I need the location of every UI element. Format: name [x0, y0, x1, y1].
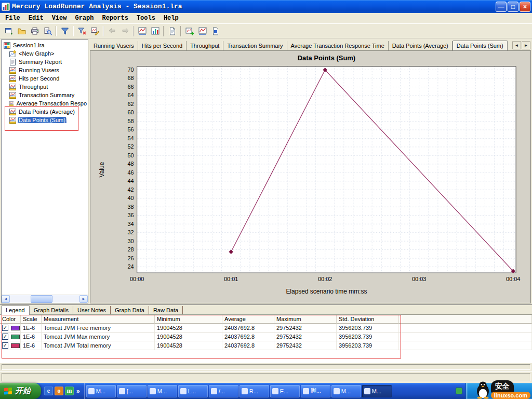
- row-checkbox[interactable]: ✓: [2, 342, 8, 349]
- open-session-button[interactable]: [15, 25, 28, 37]
- toolbar-separator: [103, 26, 104, 36]
- tree-item-new-graph[interactable]: <New Graph>: [8, 49, 88, 58]
- taskbar-window-button-5[interactable]: R...: [240, 385, 269, 397]
- close-button[interactable]: ×: [520, 2, 530, 12]
- legend-row-0-average: 24037692.8: [222, 324, 274, 332]
- scroll-right-button[interactable]: ►: [79, 295, 88, 303]
- row-checkbox[interactable]: ✓: [2, 334, 8, 340]
- svg-text:70: 70: [128, 66, 134, 73]
- tree-item-throughput[interactable]: Throughput: [8, 83, 88, 91]
- auto-correlate-button[interactable]: [196, 25, 209, 37]
- tab-average-transaction-response-time[interactable]: Average Transaction Response Time: [287, 41, 389, 50]
- tree-item-average-transaction-respo[interactable]: Average Transaction Respo: [8, 99, 88, 108]
- chart-title: Data Points (Sum): [298, 54, 355, 62]
- bottom-tab-graph-details[interactable]: Graph Details: [30, 306, 73, 314]
- legend-col-average: Average: [222, 315, 274, 324]
- tree-item-summary-report[interactable]: Summary Report: [8, 58, 88, 66]
- taskbar-window-button-9[interactable]: M...: [362, 385, 392, 397]
- html-report-button[interactable]: [166, 25, 179, 37]
- word-report-button[interactable]: [209, 25, 222, 37]
- status-strip-2-inset: [2, 373, 530, 381]
- print-preview-button[interactable]: [41, 25, 54, 37]
- tree-horizontal-scrollbar[interactable]: ◄ ►: [2, 295, 88, 303]
- browser-ball-icon[interactable]: o: [55, 387, 63, 395]
- svg-text:68: 68: [128, 75, 134, 81]
- watermark-text: 安全 linuxso.com: [491, 380, 530, 399]
- svg-text:00:02: 00:02: [318, 276, 332, 282]
- merge-graphs-icon: [138, 27, 147, 35]
- legend-row-2-average: 24037692.8: [222, 341, 274, 350]
- svg-text:26: 26: [128, 255, 134, 261]
- series-color-swatch: [11, 335, 20, 339]
- taskbar-window-button-2[interactable]: M...: [148, 385, 177, 397]
- taskbar-window-button-1[interactable]: [...: [117, 385, 147, 397]
- bottom-tab-raw-data[interactable]: Raw Data: [149, 306, 183, 314]
- clear-filter-button[interactable]: [75, 25, 88, 37]
- undo-icon: [108, 27, 116, 35]
- internet-explorer-icon[interactable]: e: [44, 387, 53, 395]
- menu-view[interactable]: View: [48, 14, 71, 23]
- tab-transaction-summary[interactable]: Transaction Summary: [223, 41, 287, 50]
- tree-item-transaction-summary[interactable]: Transaction Summary: [8, 91, 88, 99]
- set-filter-button[interactable]: [58, 25, 71, 37]
- window-icon: [364, 388, 370, 394]
- taskbar-window-button-0[interactable]: M...: [86, 385, 116, 397]
- new-window-button[interactable]: [2, 25, 15, 37]
- bottom-tab-legend[interactable]: Legend: [1, 305, 30, 315]
- tree-item-running-vusers[interactable]: Running Vusers: [8, 66, 88, 74]
- scrollbar-thumb[interactable]: [31, 295, 52, 303]
- edit-graph-icon: [91, 27, 99, 35]
- svg-text:38: 38: [128, 204, 134, 210]
- start-button[interactable]: 开始: [0, 383, 41, 399]
- tabs-scroll-left-button[interactable]: ◄: [512, 41, 521, 49]
- ime-indicator[interactable]: [452, 385, 466, 397]
- tree-item-hits-per-second[interactable]: Hits per Second: [8, 74, 88, 83]
- tab-hits-per-second[interactable]: Hits per Second: [138, 41, 187, 50]
- menu-edit[interactable]: Edit: [24, 14, 48, 23]
- legend-row-0-std-deviation: 3956203.739: [337, 324, 399, 332]
- menu-tools[interactable]: Tools: [132, 14, 159, 23]
- svg-text:00:03: 00:03: [412, 276, 426, 282]
- menu-reports[interactable]: Reports: [98, 14, 132, 23]
- scrollbar-track[interactable]: [10, 295, 79, 303]
- html-report-icon: [168, 27, 177, 35]
- menu-graph[interactable]: Graph: [71, 14, 98, 23]
- taskbar-window-button-3[interactable]: L...: [178, 385, 208, 397]
- row-checkbox[interactable]: ✓: [2, 325, 8, 331]
- menu-file[interactable]: File: [1, 14, 24, 23]
- minimize-button[interactable]: —: [496, 2, 507, 12]
- chart-panel: Running VusersHits per SecondThroughputT…: [90, 39, 531, 303]
- tab-data-points-average[interactable]: Data Points (Average): [389, 41, 453, 50]
- add-new-graph-button[interactable]: [183, 25, 196, 37]
- scroll-left-button[interactable]: ◄: [2, 295, 10, 303]
- maximize-button[interactable]: □: [508, 2, 518, 12]
- tree-item-data-points-average[interactable]: Data Points (Average): [8, 108, 88, 116]
- main-area: Session1.lra<New Graph>Summary ReportRun…: [0, 38, 532, 304]
- menu-help[interactable]: Help: [159, 14, 183, 23]
- taskbar-window-button-4[interactable]: /...: [209, 385, 238, 397]
- tree-item-data-points-sum[interactable]: Data Points (Sum): [8, 116, 88, 124]
- edit-graph-button[interactable]: [88, 25, 101, 37]
- taskbar-window-button-7[interactable]: 脚...: [301, 385, 330, 397]
- messenger-icon[interactable]: m: [65, 387, 74, 395]
- print-button[interactable]: [28, 25, 41, 37]
- print-preview-icon: [44, 27, 52, 35]
- toolbar-separator: [56, 26, 57, 36]
- svg-text:48: 48: [128, 161, 134, 167]
- bottom-tab-graph-data[interactable]: Graph Data: [111, 306, 149, 314]
- taskbar-window-buttons: M...[...M...L.../...R...E...脚...M...M...: [85, 385, 452, 397]
- taskbar-window-button-8[interactable]: M...: [331, 385, 361, 397]
- tree-root-session1-lra[interactable]: Session1.lra: [3, 41, 88, 49]
- bottom-tab-user-notes[interactable]: User Notes: [73, 306, 111, 314]
- tab-throughput[interactable]: Throughput: [187, 41, 223, 50]
- tab-data-points-sum[interactable]: Data Points (Sum): [453, 41, 508, 50]
- quicklaunch-overflow-chevron[interactable]: »: [75, 388, 81, 395]
- merge-graphs-button[interactable]: [136, 25, 149, 37]
- cross-with-result-button[interactable]: [149, 25, 162, 37]
- taskbar-window-button-6[interactable]: E...: [270, 385, 300, 397]
- legend-row-1-color: ✓: [0, 332, 21, 341]
- tabs-scroll-right-button[interactable]: ►: [522, 41, 530, 49]
- chart-area: 7068666462605856545250484644424038363432…: [90, 50, 531, 303]
- tab-running-vusers[interactable]: Running Vusers: [90, 41, 138, 50]
- newgraph-icon: [9, 50, 16, 57]
